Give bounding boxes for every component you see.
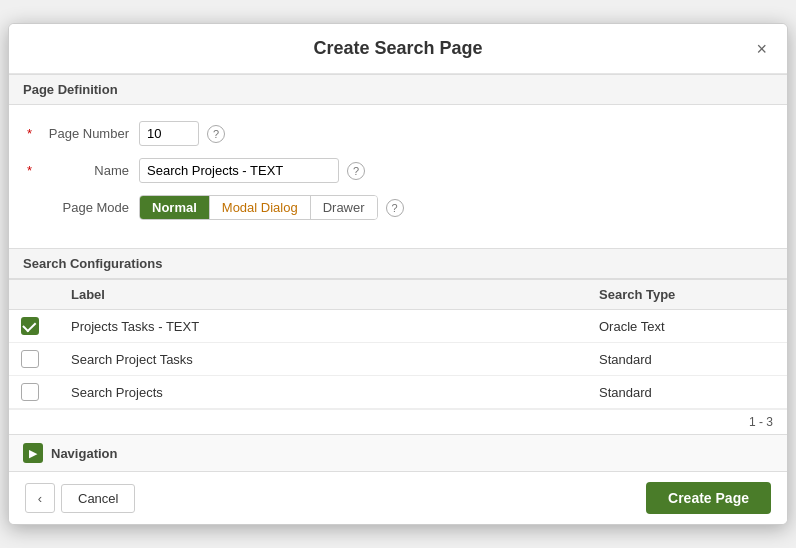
dialog-footer: ‹ Cancel Create Page (9, 471, 787, 524)
page-mode-modal-button[interactable]: Modal Dialog (210, 196, 311, 219)
col-header-check (9, 280, 59, 310)
page-mode-help-icon[interactable]: ? (386, 199, 404, 217)
dialog-title: Create Search Page (313, 38, 482, 59)
close-button[interactable]: × (750, 38, 773, 60)
page-number-label: * Page Number (29, 126, 139, 141)
search-config-area: Label Search Type Projects Tasks - TEXT … (9, 279, 787, 434)
cancel-button[interactable]: Cancel (61, 484, 135, 513)
row2-check-cell (9, 343, 59, 376)
table-header-row: Label Search Type (9, 280, 787, 310)
search-config-header: Search Configurations (9, 248, 787, 279)
page-definition-header: Page Definition (9, 74, 787, 105)
navigation-expand-icon: ▶ (23, 443, 43, 463)
table-row: Search Projects Standard (9, 376, 787, 409)
name-help-icon[interactable]: ? (347, 162, 365, 180)
footer-left: ‹ Cancel (25, 483, 135, 513)
row3-check-cell (9, 376, 59, 409)
dialog-header: Create Search Page × (9, 24, 787, 74)
page-number-help-icon[interactable]: ? (207, 125, 225, 143)
page-mode-group: Normal Modal Dialog Drawer (139, 195, 378, 220)
page-definition-form: * Page Number ? * Name ? Page Mode Norma… (9, 105, 787, 248)
row3-type: Standard (587, 376, 787, 409)
navigation-label: Navigation (51, 446, 117, 461)
name-label: * Name (29, 163, 139, 178)
page-mode-drawer-button[interactable]: Drawer (311, 196, 377, 219)
col-header-type: Search Type (587, 280, 787, 310)
prev-button[interactable]: ‹ (25, 483, 55, 513)
row1-label: Projects Tasks - TEXT (59, 310, 587, 343)
row1-check-cell (9, 310, 59, 343)
table-row: Search Project Tasks Standard (9, 343, 787, 376)
table-row: Projects Tasks - TEXT Oracle Text (9, 310, 787, 343)
page-mode-normal-button[interactable]: Normal (140, 196, 210, 219)
name-row: * Name ? (29, 158, 767, 183)
page-number-input[interactable] (139, 121, 199, 146)
page-number-row: * Page Number ? (29, 121, 767, 146)
create-search-page-dialog: Create Search Page × Page Definition * P… (8, 23, 788, 525)
row3-checkbox[interactable] (21, 383, 39, 401)
row2-checkbox[interactable] (21, 350, 39, 368)
row2-type: Standard (587, 343, 787, 376)
row1-type: Oracle Text (587, 310, 787, 343)
name-input[interactable] (139, 158, 339, 183)
page-mode-row: Page Mode Normal Modal Dialog Drawer ? (29, 195, 767, 220)
navigation-section[interactable]: ▶ Navigation (9, 434, 787, 471)
create-page-button[interactable]: Create Page (646, 482, 771, 514)
row3-label: Search Projects (59, 376, 587, 409)
name-required-star: * (27, 163, 32, 178)
pagination: 1 - 3 (9, 409, 787, 434)
required-star: * (27, 126, 32, 141)
row1-checkbox[interactable] (21, 317, 39, 335)
page-mode-label: Page Mode (29, 200, 139, 215)
col-header-label: Label (59, 280, 587, 310)
search-config-table: Label Search Type Projects Tasks - TEXT … (9, 279, 787, 409)
prev-icon: ‹ (38, 491, 42, 506)
row2-label: Search Project Tasks (59, 343, 587, 376)
